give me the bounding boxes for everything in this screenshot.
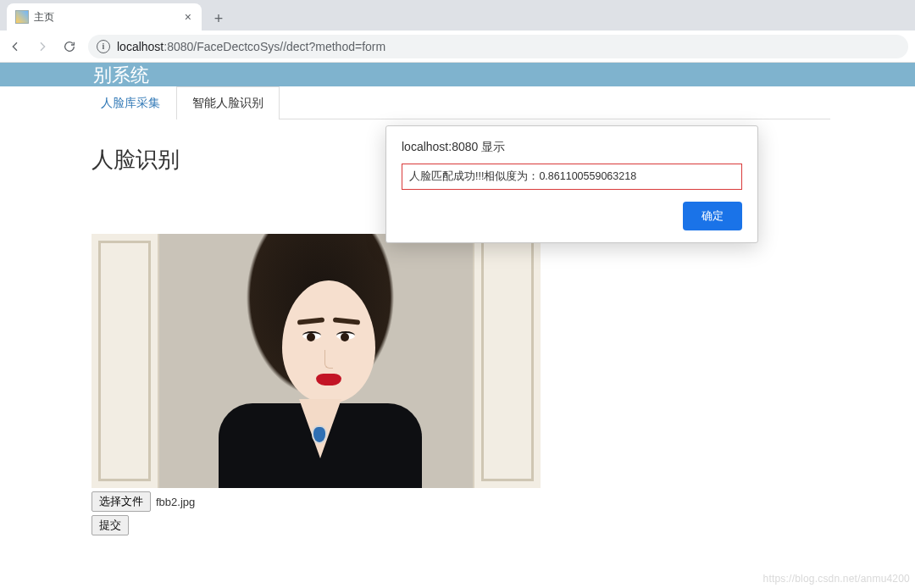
dialog-message: 人脸匹配成功!!!相似度为：0.861100559063218	[402, 164, 742, 190]
photo-bg-right	[473, 234, 541, 488]
photo-eye	[336, 331, 355, 340]
back-button[interactable]	[7, 38, 24, 55]
tab-bar: 主页 × +	[0, 0, 915, 31]
browser-tab[interactable]: 主页 ×	[7, 3, 202, 31]
photo-brow	[333, 317, 360, 325]
favicon-icon	[15, 10, 29, 24]
close-icon[interactable]: ×	[183, 10, 193, 24]
selected-filename: fbb2.jpg	[156, 496, 195, 508]
arrow-left-icon	[8, 40, 22, 53]
alert-dialog: localhost:8080 显示 人脸匹配成功!!!相似度为：0.861100…	[385, 125, 758, 243]
site-info-icon[interactable]: i	[97, 40, 110, 53]
photo-nose	[324, 350, 333, 369]
forward-button[interactable]	[34, 38, 51, 55]
browser-toolbar: i localhost:8080/FaceDectcoSys//dect?met…	[0, 31, 915, 63]
choose-file-button[interactable]: 选择文件	[92, 491, 151, 512]
tabs-nav: 人脸库采集 智能人脸识别	[85, 86, 830, 119]
browser-chrome: 主页 × + i localhost:8080/FaceDectcoSys//d…	[0, 0, 915, 63]
photo-brow	[297, 317, 324, 325]
url-path: /FaceDectcoSys//dect?method=form	[193, 40, 385, 53]
new-tab-button[interactable]: +	[207, 7, 230, 31]
url-text: localhost:8080/FaceDectcoSys//dect?metho…	[117, 40, 385, 53]
watermark: https://blog.csdn.net/anmu4200	[763, 573, 910, 585]
url-port: :8080	[164, 40, 193, 53]
reload-icon	[63, 40, 76, 53]
dialog-confirm-button[interactable]: 确定	[683, 202, 742, 230]
url-host: localhost	[117, 40, 164, 53]
dialog-actions: 确定	[402, 202, 742, 230]
dialog-title: localhost:8080 显示	[402, 140, 742, 155]
file-input-row: 选择文件 fbb2.jpg	[92, 491, 915, 512]
tab-title: 主页	[34, 10, 178, 25]
photo-bg-left	[92, 234, 159, 488]
page-body: 别系统 人脸库采集 智能人脸识别 人脸识别 选择文件 fbb2.jpg	[0, 63, 915, 535]
uploaded-photo	[92, 234, 541, 488]
arrow-right-icon	[36, 40, 49, 53]
banner-title: 别系统	[0, 63, 915, 86]
submit-button[interactable]: 提交	[92, 515, 129, 535]
tab-face-db[interactable]: 人脸库采集	[85, 86, 176, 119]
address-bar[interactable]: i localhost:8080/FaceDectcoSys//dect?met…	[88, 35, 908, 58]
photo-eye	[302, 331, 321, 340]
photo-lips	[316, 374, 341, 386]
tab-smart-recognition[interactable]: 智能人脸识别	[176, 86, 280, 119]
reload-button[interactable]	[61, 38, 78, 55]
photo-necklace	[313, 427, 325, 442]
